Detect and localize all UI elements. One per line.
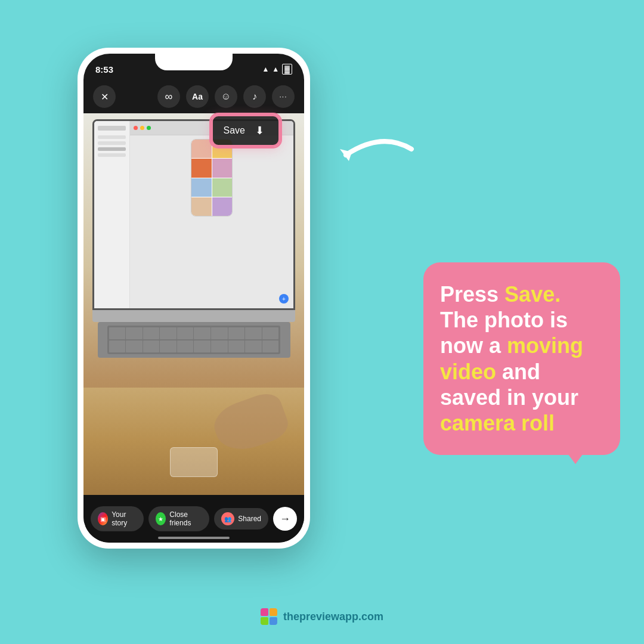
close-friends-icon: ★ <box>156 512 166 525</box>
saved-label: saved in your <box>440 385 578 410</box>
phone-grid-preview <box>191 139 233 216</box>
hand-silhouette <box>209 389 292 458</box>
your-story-label: Your story <box>112 510 137 527</box>
grid-cell <box>212 178 233 197</box>
logo-cell-1 <box>261 608 268 616</box>
photo-area: + <box>83 113 304 495</box>
grid-cell <box>212 159 233 177</box>
music-button[interactable]: ♪ <box>243 85 266 108</box>
shared-label: Shared <box>238 515 261 523</box>
grid-cell <box>191 140 212 158</box>
grid-cell <box>212 197 233 216</box>
battery-icon: ▓ <box>282 64 292 75</box>
story-toolbar: ✕ ∞ Aa ☺ ♪ ··· <box>83 80 304 113</box>
story-bottom-bar: ▣ Your story ★ Close friends 👥 Shared <box>83 495 304 543</box>
phone-mockup: 8:53 ▲ ▲ ▓ ✕ ∞ Aa ☺ ♪ ··· <box>78 48 310 549</box>
and-label: and <box>496 360 540 384</box>
laptop-screen-inner: + <box>94 121 293 308</box>
phone-outer-shell: 8:53 ▲ ▲ ▓ ✕ ∞ Aa ☺ ♪ ··· <box>78 48 310 549</box>
send-icon: → <box>280 513 290 525</box>
now-a-label: now a <box>440 333 507 358</box>
save-popup-label: Save <box>224 125 245 136</box>
save-download-icon[interactable]: ⬇ <box>251 122 268 139</box>
logo-cell-4 <box>270 617 277 625</box>
laptop-container: + <box>92 119 295 370</box>
laptop-screen: + <box>92 119 295 310</box>
close-friends-label: Close friends <box>169 510 202 527</box>
text-button[interactable]: Aa <box>186 85 209 108</box>
photo-label: The photo is <box>440 308 568 332</box>
arrow-container <box>322 119 417 179</box>
laptop-keyboard <box>98 322 290 358</box>
trackpad <box>170 447 218 477</box>
loop-button[interactable]: ∞ <box>157 85 180 108</box>
add-button-preview: + <box>279 294 289 304</box>
grid-cell <box>191 178 212 197</box>
status-icons: ▲ ▲ ▓ <box>262 64 292 75</box>
moving-highlight: moving <box>507 333 583 358</box>
sticker-button[interactable]: ☺ <box>215 85 237 108</box>
desk-area <box>83 388 304 495</box>
video-highlight: video <box>440 360 496 384</box>
shared-option[interactable]: 👥 Shared <box>214 508 268 530</box>
grid-cell <box>191 159 212 177</box>
camera-roll-highlight: camera roll <box>440 411 555 435</box>
brand-url: thepreviewapp.com <box>283 611 383 623</box>
status-time: 8:53 <box>95 64 113 75</box>
grid-cell <box>191 197 212 216</box>
info-card-text: Press Save. The photo is now a moving vi… <box>440 281 603 436</box>
app-main: + <box>130 121 293 308</box>
your-story-option[interactable]: ▣ Your story <box>91 506 144 531</box>
phone-screen: 8:53 ▲ ▲ ▓ ✕ ∞ Aa ☺ ♪ ··· <box>83 54 304 543</box>
app-sidebar <box>94 121 130 308</box>
brand-logo <box>261 608 277 625</box>
home-indicator <box>158 537 230 539</box>
press-label: Press <box>440 282 504 306</box>
phone-notch <box>155 54 233 70</box>
close-friends-option[interactable]: ★ Close friends <box>148 506 209 531</box>
branding: thepreviewapp.com <box>261 608 383 625</box>
arrow-icon <box>322 119 417 179</box>
more-button[interactable]: ··· <box>272 85 295 108</box>
signal-icon: ▲ <box>272 65 279 73</box>
send-button[interactable]: → <box>273 507 297 531</box>
logo-cell-2 <box>270 608 277 616</box>
info-card: Press Save. The photo is now a moving vi… <box>423 262 620 455</box>
save-highlight: Save. <box>504 282 561 306</box>
wifi-icon: ▲ <box>262 65 269 73</box>
shared-icon: 👥 <box>221 512 234 525</box>
logo-cell-3 <box>261 617 268 625</box>
save-popup[interactable]: Save ⬇ <box>211 114 280 147</box>
your-story-icon: ▣ <box>98 512 108 525</box>
close-button[interactable]: ✕ <box>93 85 116 108</box>
toolbar-center-buttons: ∞ Aa ☺ ♪ ··· <box>157 85 295 108</box>
laptop-base <box>92 310 295 322</box>
